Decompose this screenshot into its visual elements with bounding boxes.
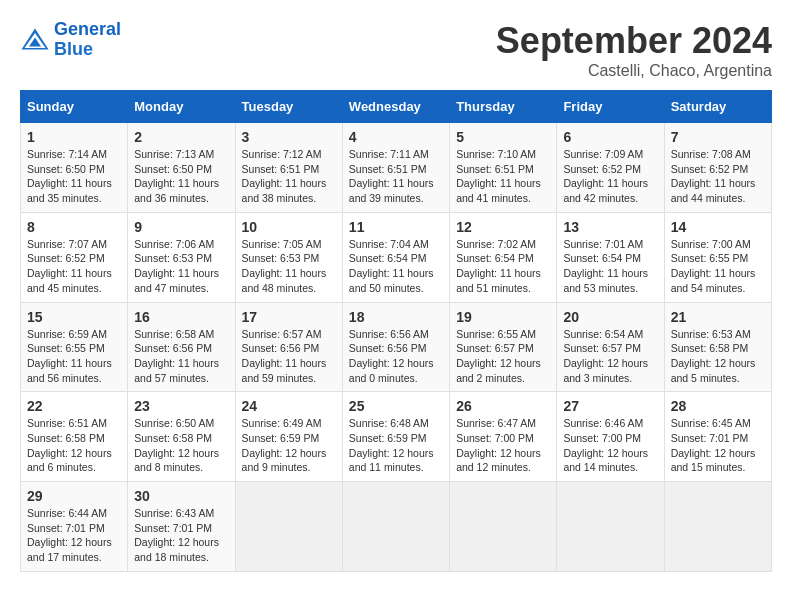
day-cell: 3 Sunrise: 7:12 AMSunset: 6:51 PMDayligh… xyxy=(235,123,342,213)
day-cell: 1 Sunrise: 7:14 AMSunset: 6:50 PMDayligh… xyxy=(21,123,128,213)
calendar-table: Sunday Monday Tuesday Wednesday Thursday… xyxy=(20,90,772,572)
week-row-1: 1 Sunrise: 7:14 AMSunset: 6:50 PMDayligh… xyxy=(21,123,772,213)
empty-cell xyxy=(342,482,449,572)
day-cell: 16 Sunrise: 6:58 AMSunset: 6:56 PMDaylig… xyxy=(128,302,235,392)
day-cell: 28 Sunrise: 6:45 AMSunset: 7:01 PMDaylig… xyxy=(664,392,771,482)
day-cell: 29 Sunrise: 6:44 AMSunset: 7:01 PMDaylig… xyxy=(21,482,128,572)
header-wednesday: Wednesday xyxy=(342,91,449,123)
day-cell: 27 Sunrise: 6:46 AMSunset: 7:00 PMDaylig… xyxy=(557,392,664,482)
day-cell: 7 Sunrise: 7:08 AMSunset: 6:52 PMDayligh… xyxy=(664,123,771,213)
week-row-2: 8 Sunrise: 7:07 AMSunset: 6:52 PMDayligh… xyxy=(21,212,772,302)
day-cell: 2 Sunrise: 7:13 AMSunset: 6:50 PMDayligh… xyxy=(128,123,235,213)
day-cell: 10 Sunrise: 7:05 AMSunset: 6:53 PMDaylig… xyxy=(235,212,342,302)
location-subtitle: Castelli, Chaco, Argentina xyxy=(496,62,772,80)
empty-cell xyxy=(235,482,342,572)
day-cell: 23 Sunrise: 6:50 AMSunset: 6:58 PMDaylig… xyxy=(128,392,235,482)
month-title: September 2024 xyxy=(496,20,772,62)
header: General Blue September 2024 Castelli, Ch… xyxy=(20,20,772,80)
header-sunday: Sunday xyxy=(21,91,128,123)
day-cell: 22 Sunrise: 6:51 AMSunset: 6:58 PMDaylig… xyxy=(21,392,128,482)
day-cell: 12 Sunrise: 7:02 AMSunset: 6:54 PMDaylig… xyxy=(450,212,557,302)
day-cell: 30 Sunrise: 6:43 AMSunset: 7:01 PMDaylig… xyxy=(128,482,235,572)
header-monday: Monday xyxy=(128,91,235,123)
week-row-5: 29 Sunrise: 6:44 AMSunset: 7:01 PMDaylig… xyxy=(21,482,772,572)
week-row-4: 22 Sunrise: 6:51 AMSunset: 6:58 PMDaylig… xyxy=(21,392,772,482)
day-cell: 14 Sunrise: 7:00 AMSunset: 6:55 PMDaylig… xyxy=(664,212,771,302)
day-cell: 26 Sunrise: 6:47 AMSunset: 7:00 PMDaylig… xyxy=(450,392,557,482)
day-cell: 21 Sunrise: 6:53 AMSunset: 6:58 PMDaylig… xyxy=(664,302,771,392)
title-area: September 2024 Castelli, Chaco, Argentin… xyxy=(496,20,772,80)
header-friday: Friday xyxy=(557,91,664,123)
day-cell: 20 Sunrise: 6:54 AMSunset: 6:57 PMDaylig… xyxy=(557,302,664,392)
day-cell: 13 Sunrise: 7:01 AMSunset: 6:54 PMDaylig… xyxy=(557,212,664,302)
day-cell: 19 Sunrise: 6:55 AMSunset: 6:57 PMDaylig… xyxy=(450,302,557,392)
logo-icon xyxy=(20,25,50,55)
day-cell: 5 Sunrise: 7:10 AMSunset: 6:51 PMDayligh… xyxy=(450,123,557,213)
header-tuesday: Tuesday xyxy=(235,91,342,123)
week-row-3: 15 Sunrise: 6:59 AMSunset: 6:55 PMDaylig… xyxy=(21,302,772,392)
day-cell: 9 Sunrise: 7:06 AMSunset: 6:53 PMDayligh… xyxy=(128,212,235,302)
day-cell: 24 Sunrise: 6:49 AMSunset: 6:59 PMDaylig… xyxy=(235,392,342,482)
day-cell: 18 Sunrise: 6:56 AMSunset: 6:56 PMDaylig… xyxy=(342,302,449,392)
day-cell: 6 Sunrise: 7:09 AMSunset: 6:52 PMDayligh… xyxy=(557,123,664,213)
day-cell: 17 Sunrise: 6:57 AMSunset: 6:56 PMDaylig… xyxy=(235,302,342,392)
day-cell: 8 Sunrise: 7:07 AMSunset: 6:52 PMDayligh… xyxy=(21,212,128,302)
day-cell: 25 Sunrise: 6:48 AMSunset: 6:59 PMDaylig… xyxy=(342,392,449,482)
day-cell: 15 Sunrise: 6:59 AMSunset: 6:55 PMDaylig… xyxy=(21,302,128,392)
logo-text: General Blue xyxy=(54,20,121,60)
logo: General Blue xyxy=(20,20,121,60)
weekday-header-row: Sunday Monday Tuesday Wednesday Thursday… xyxy=(21,91,772,123)
day-cell: 4 Sunrise: 7:11 AMSunset: 6:51 PMDayligh… xyxy=(342,123,449,213)
header-saturday: Saturday xyxy=(664,91,771,123)
empty-cell xyxy=(664,482,771,572)
empty-cell xyxy=(450,482,557,572)
header-thursday: Thursday xyxy=(450,91,557,123)
empty-cell xyxy=(557,482,664,572)
day-cell: 11 Sunrise: 7:04 AMSunset: 6:54 PMDaylig… xyxy=(342,212,449,302)
